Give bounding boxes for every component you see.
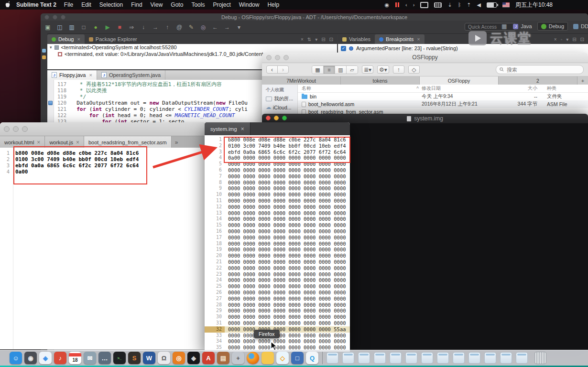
close-window-icon[interactable] bbox=[266, 116, 271, 120]
column-kind[interactable]: 种类 bbox=[540, 85, 588, 92]
menu-selection[interactable]: Selection bbox=[99, 1, 123, 8]
new-tab-button[interactable]: + bbox=[577, 76, 588, 85]
minimize-window-icon[interactable] bbox=[274, 116, 279, 120]
zoom-window-icon[interactable] bbox=[283, 55, 289, 60]
column-date[interactable]: 修改日期 bbox=[422, 85, 507, 92]
run-icon[interactable]: ▶ bbox=[104, 24, 111, 31]
menu-window[interactable]: Window bbox=[239, 1, 260, 8]
tab-debug[interactable]: Debug × bbox=[47, 34, 85, 44]
download-icon[interactable]: ⇣ bbox=[447, 2, 452, 8]
back-icon[interactable]: ‹ bbox=[405, 2, 407, 8]
flow-view-icon[interactable]: ▱ bbox=[347, 66, 358, 74]
minimize-icon[interactable]: ⊟ bbox=[321, 37, 325, 42]
terminate-icon[interactable]: × bbox=[301, 37, 304, 42]
breakpoint-row[interactable]: ✓ ArgumentedParser [line: 23] - rvalue(S… bbox=[338, 44, 588, 53]
bluetooth-icon[interactable]: ᛒ bbox=[458, 2, 461, 8]
step-over-icon[interactable]: → bbox=[152, 24, 159, 31]
flag-icon[interactable] bbox=[502, 2, 510, 7]
dock-qq[interactable]: Q bbox=[306, 352, 318, 364]
search-input[interactable] bbox=[506, 66, 570, 73]
menu-help[interactable]: Help bbox=[267, 1, 279, 8]
editor-tab-Floppy.java[interactable]: JFloppy.java× bbox=[47, 70, 97, 80]
debug-shortcut-icon[interactable] bbox=[42, 49, 46, 53]
sublime-editor-content[interactable]: 1b800 008e d08e d88e c0be 227c 8a04 81c6… bbox=[0, 148, 207, 349]
minimize-window-icon[interactable] bbox=[13, 126, 19, 132]
tag-button[interactable]: ◇ bbox=[408, 65, 420, 74]
sublime-title-bar[interactable] bbox=[0, 122, 207, 136]
finder-tab-tokens[interactable]: tokens bbox=[341, 76, 420, 85]
battery-icon[interactable] bbox=[487, 2, 497, 8]
action-button[interactable]: ⚙▾ bbox=[377, 65, 389, 74]
dock-books[interactable]: ▤ bbox=[217, 352, 229, 364]
dock-sublime-text[interactable]: S bbox=[128, 352, 141, 364]
dock-window-thumbnail[interactable] bbox=[327, 352, 338, 364]
close-window-icon[interactable] bbox=[44, 15, 49, 20]
dock-window-thumbnail[interactable] bbox=[500, 352, 512, 364]
dock-window-thumbnail[interactable] bbox=[453, 352, 465, 364]
remove-icon[interactable]: × bbox=[554, 37, 557, 42]
dock-adobe[interactable]: A bbox=[202, 352, 215, 364]
finder-tab-2[interactable]: 2 bbox=[499, 76, 577, 85]
active-app-name[interactable]: Sublime Text 2 bbox=[16, 1, 56, 8]
back-history-icon[interactable]: ← bbox=[212, 24, 218, 31]
close-tab-icon[interactable]: × bbox=[89, 72, 92, 78]
file-row[interactable]: bin今天 上午9:34--文件夹 bbox=[298, 93, 588, 100]
minimize-window-icon[interactable] bbox=[53, 15, 57, 20]
finder-tab-7MinWorkout[interactable]: 7MinWorkout bbox=[262, 76, 341, 85]
view-menu-icon[interactable]: ▾ bbox=[315, 37, 317, 42]
menu-goto[interactable]: Goto bbox=[171, 1, 183, 8]
dock-window-thumbnail[interactable] bbox=[405, 352, 417, 364]
dock-window-thumbnail[interactable] bbox=[421, 352, 433, 364]
zoom-window-icon[interactable] bbox=[22, 126, 28, 132]
list-view-icon[interactable]: ≡ bbox=[324, 66, 335, 74]
arrange-button[interactable]: ≣▾ bbox=[362, 65, 373, 74]
dock-window-thumbnail[interactable] bbox=[437, 352, 449, 364]
menu-project[interactable]: Project bbox=[213, 1, 230, 8]
expand-icon[interactable]: ▾ bbox=[50, 45, 52, 50]
dock-omnigraffle[interactable]: Ω bbox=[158, 352, 170, 364]
dock-window-thumbnail[interactable] bbox=[358, 352, 370, 364]
close-window-icon[interactable] bbox=[4, 126, 10, 132]
menu-tools[interactable]: Tools bbox=[191, 1, 205, 8]
dock-safari[interactable]: ◈ bbox=[39, 352, 52, 364]
hex-editor-content[interactable]: 1b800 008e d08e d88e c0be 227c 8a04 81c6… bbox=[205, 135, 350, 352]
dock-photos[interactable]: ◉ bbox=[24, 352, 37, 364]
keyboard-icon[interactable] bbox=[434, 2, 442, 8]
dock-downloads-folder[interactable] bbox=[261, 352, 274, 364]
open-perspective-icon[interactable]: ▦ bbox=[501, 23, 507, 30]
dock-launchpad[interactable]: + bbox=[232, 352, 244, 364]
zoom-window-icon[interactable] bbox=[282, 116, 287, 120]
debug-icon[interactable]: ● bbox=[92, 24, 99, 31]
dock-firefox[interactable] bbox=[247, 352, 259, 364]
save-icon[interactable]: ◫ bbox=[56, 24, 63, 31]
screen-record-icon[interactable]: ◉ bbox=[385, 2, 390, 8]
new-wizard-icon[interactable]: ▣ bbox=[44, 24, 51, 31]
clock[interactable]: 周五上午10:48 bbox=[515, 1, 553, 9]
forward-icon[interactable]: › bbox=[413, 2, 415, 8]
perspective-dd[interactable]: DD bbox=[570, 22, 588, 30]
save-all-icon[interactable]: ▥ bbox=[68, 24, 75, 31]
dock-window-thumbnail[interactable] bbox=[390, 352, 402, 364]
back-button[interactable]: ‹ bbox=[266, 65, 278, 74]
dock-window-thumbnail[interactable] bbox=[342, 352, 354, 364]
display-icon[interactable] bbox=[420, 2, 428, 8]
dock-box-app[interactable]: □ bbox=[291, 352, 304, 364]
column-view-icon[interactable]: ▥ bbox=[335, 66, 347, 74]
search-field[interactable] bbox=[496, 65, 584, 74]
apple-menu-icon[interactable] bbox=[5, 1, 11, 8]
tab-breakpoints[interactable]: Breakpoints × bbox=[375, 34, 425, 44]
maximize-icon[interactable]: ⊡ bbox=[580, 37, 584, 42]
remove-all-icon[interactable]: ◦ bbox=[561, 37, 563, 42]
stop-icon[interactable]: ■ bbox=[116, 24, 123, 31]
minimize-icon[interactable]: ⊟ bbox=[572, 37, 576, 42]
tab-workout.js[interactable]: workout.js× bbox=[45, 136, 84, 148]
dock-messages[interactable]: … bbox=[98, 352, 111, 364]
tab-system-img[interactable]: system.img × bbox=[205, 122, 250, 135]
volume-icon[interactable]: ◀ bbox=[477, 2, 481, 8]
dock-sketch[interactable]: ◇ bbox=[276, 352, 289, 364]
tab-package-explorer[interactable]: Package Explorer bbox=[85, 34, 142, 44]
dock-window-thumbnail[interactable] bbox=[484, 352, 496, 364]
close-tab-icon[interactable]: × bbox=[241, 126, 244, 132]
finder-tab-OSFloppy[interactable]: OSFloppy bbox=[420, 76, 499, 85]
search-icon[interactable]: ◎ bbox=[200, 24, 207, 31]
